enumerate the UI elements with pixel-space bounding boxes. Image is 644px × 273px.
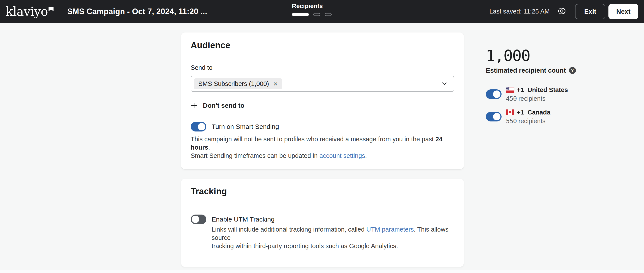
settings-button[interactable] — [557, 7, 566, 16]
tracking-heading: Tracking — [191, 186, 454, 196]
audience-heading: Audience — [191, 40, 454, 50]
smart-sending-label: Turn on Smart Sending — [212, 123, 279, 130]
utm-desc-text-3: tracking within third-party reporting to… — [212, 243, 398, 250]
help-icon[interactable]: ? — [569, 67, 576, 74]
canada-flag-icon — [506, 109, 514, 115]
country-row-united-states: +1 United States 450 recipients — [486, 86, 630, 102]
canada-toggle[interactable] — [486, 112, 502, 121]
utm-desc-text: Links will include additional tracking i… — [212, 226, 366, 233]
smart-sending-description: This campaign will not be sent to profil… — [191, 135, 454, 160]
country-recipient-count: 450 recipients — [506, 95, 568, 102]
tracking-card: Tracking Enable UTM Tracking Links will … — [181, 179, 464, 267]
smart-sending-row: Turn on Smart Sending — [191, 122, 454, 131]
step-pill-3[interactable] — [324, 13, 332, 16]
klaviyo-flag-icon — [48, 7, 54, 11]
toggle-knob — [192, 216, 199, 223]
recipient-number: 550 — [506, 117, 516, 125]
toggle-knob — [493, 90, 500, 98]
topbar: klaviyo SMS Campaign - Oct 7, 2024, 11:2… — [0, 0, 644, 23]
plus-icon — [191, 102, 198, 109]
country-code: +1 — [517, 86, 524, 94]
wizard-steps: Recipients — [292, 2, 332, 16]
close-icon: × — [273, 80, 278, 88]
country-row-canada: +1 Canada 550 recipients — [486, 109, 630, 125]
dont-send-to-label: Don't send to — [203, 102, 244, 109]
gear-icon — [557, 7, 566, 16]
recipient-number: 450 — [506, 95, 516, 102]
smart-sending-desc-text: This campaign will not be sent to profil… — [191, 136, 436, 143]
country-name: Canada — [528, 109, 550, 116]
smart-sending-desc-end: . — [365, 152, 367, 159]
step-pill-2[interactable] — [313, 13, 320, 16]
smart-sending-desc-dot: . — [208, 144, 210, 151]
smart-sending-desc-line2: Smart Sending timeframes can be updated … — [191, 152, 320, 159]
toggle-knob — [198, 123, 205, 130]
next-button[interactable]: Next — [608, 4, 638, 19]
chip-remove-button[interactable]: × — [273, 80, 278, 87]
toggle-knob — [493, 113, 500, 120]
audience-chip-label: SMS Subscribers (1,000) — [198, 80, 269, 87]
campaign-title: SMS Campaign - Oct 7, 2024, 11:20 ... — [67, 7, 207, 16]
recipient-word: recipients — [516, 95, 546, 102]
dont-send-to-button[interactable]: Don't send to — [191, 102, 244, 109]
wizard-step-label: Recipients — [292, 2, 332, 9]
utm-tracking-description: Links will include additional tracking i… — [212, 225, 454, 250]
united-states-toggle[interactable] — [486, 89, 502, 99]
utm-parameters-link[interactable]: UTM parameters — [366, 226, 414, 233]
estimated-recipient-count-value: 1,000 — [486, 47, 630, 64]
utm-tracking-label: Enable UTM Tracking — [212, 216, 454, 223]
country-code: +1 — [517, 109, 524, 116]
klaviyo-logo[interactable]: klaviyo — [6, 5, 54, 18]
klaviyo-wordmark: klaviyo — [6, 5, 48, 18]
send-to-label: Send to — [191, 64, 454, 71]
utm-tracking-toggle[interactable] — [191, 215, 206, 224]
last-saved-text: Last saved: 11:25 AM — [489, 8, 550, 15]
utm-tracking-row: Enable UTM Tracking Links will include a… — [191, 215, 454, 250]
smart-sending-toggle[interactable] — [191, 122, 206, 131]
wizard-step-pills — [292, 13, 332, 16]
step-pill-recipients[interactable] — [292, 13, 309, 16]
recipient-count-panel: 1,000 Estimated recipient count ? — [486, 47, 630, 125]
country-recipient-count: 550 recipients — [506, 117, 550, 125]
recipient-word: recipients — [516, 118, 546, 124]
us-flag-icon — [506, 87, 514, 93]
send-to-select[interactable]: SMS Subscribers (1,000) × — [191, 76, 454, 92]
estimated-recipient-count-label: Estimated recipient count — [486, 67, 566, 74]
audience-card: Audience Send to SMS Subscribers (1,000)… — [181, 32, 464, 169]
chevron-down-icon — [441, 80, 448, 87]
audience-chip[interactable]: SMS Subscribers (1,000) × — [194, 78, 282, 89]
account-settings-link[interactable]: account settings — [320, 152, 365, 159]
country-name: United States — [528, 86, 568, 94]
exit-button[interactable]: Exit — [575, 4, 606, 19]
help-glyph: ? — [571, 68, 574, 73]
page-bottom-strip — [0, 271, 644, 273]
